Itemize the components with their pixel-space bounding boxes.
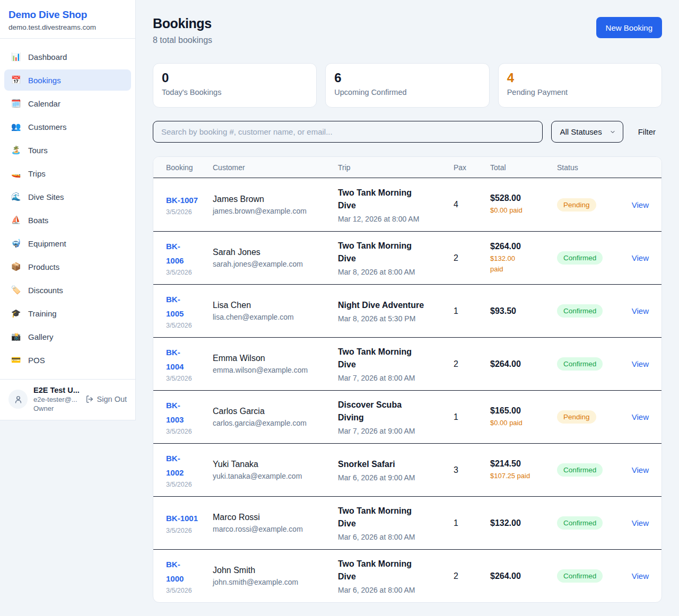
total-amount: $264.00 (490, 242, 552, 251)
trip-name: Two Tank Morning Dive (338, 505, 448, 530)
booking-cell: BK- 1002 3/5/2026 (153, 444, 213, 496)
sidebar-item-tours[interactable]: 🏝️ Tours (4, 139, 131, 161)
trip-datetime: Mar 6, 2026 at 9:00 AM (338, 473, 448, 482)
sailboat-icon: ⛵ (11, 215, 21, 225)
booking-date: 3/5/2026 (166, 269, 207, 276)
user-info: E2E Test U... e2e-tester@... Owner (33, 386, 80, 412)
main-content: Bookings 8 total bookings New Booking 0 … (136, 0, 679, 603)
booking-cell: BK-1001 3/5/2026 (153, 497, 213, 549)
page-title: Bookings (153, 16, 212, 31)
total-cell: $264.00 (490, 550, 557, 602)
sidebar-item-bookings[interactable]: 📅 Bookings (4, 69, 131, 91)
pax-count: 1 (454, 285, 490, 337)
customer-name: Emma Wilson (213, 354, 333, 363)
stat-label: Today's Bookings (162, 88, 308, 96)
total-cell: $264.00 $132.00 paid (490, 232, 557, 284)
sign-out-label: Sign Out (97, 395, 127, 403)
view-link[interactable]: View (632, 200, 649, 209)
sidebar-item-trips[interactable]: 🚤 Trips (4, 163, 131, 184)
booking-id-link[interactable]: BK-1001 (166, 512, 207, 525)
column-header-actions (621, 157, 661, 178)
sidebar-item-gallery[interactable]: 📸 Gallery (4, 326, 131, 347)
trip-datetime: Mar 6, 2026 at 8:00 AM (338, 533, 448, 541)
status-badge: Confirmed (557, 304, 603, 318)
actions-cell: View (621, 444, 661, 496)
trip-datetime: Mar 7, 2026 at 9:00 AM (338, 427, 448, 435)
booking-id-link[interactable]: BK- 1000 (166, 558, 207, 586)
pax-count: 1 (454, 391, 490, 443)
pax-count: 3 (454, 444, 490, 496)
wave-icon: 🌊 (11, 192, 21, 201)
brand-domain: demo.test.divestreams.com (8, 23, 127, 31)
customer-cell: Sarah Jones sarah.jones@example.com (213, 232, 338, 284)
customer-name: Yuki Tanaka (213, 460, 333, 469)
graduation-cap-icon: 🎓 (11, 309, 21, 318)
island-icon: 🏝️ (11, 145, 21, 155)
customer-name: John Smith (213, 566, 333, 575)
booking-cell: BK- 1005 3/5/2026 (153, 285, 213, 337)
status-cell: Confirmed (557, 232, 621, 284)
sidebar-item-dashboard[interactable]: 📊 Dashboard (4, 46, 131, 67)
booking-id-link[interactable]: BK-1007 (166, 193, 207, 207)
actions-cell: View (621, 178, 661, 231)
total-cell: $214.50 $107.25 paid (490, 444, 557, 496)
customer-email: marco.rossi@example.com (213, 525, 333, 533)
customer-cell: Yuki Tanaka yuki.tanaka@example.com (213, 444, 338, 496)
view-link[interactable]: View (632, 412, 649, 421)
sidebar-item-discounts[interactable]: 🏷️ Discounts (4, 279, 131, 301)
pax-count: 2 (454, 232, 490, 284)
booking-date: 3/5/2026 (166, 208, 207, 216)
status-cell: Confirmed (557, 338, 621, 390)
actions-cell: View (621, 232, 661, 284)
total-cell: $93.50 (490, 285, 557, 337)
booking-id-link[interactable]: BK- 1005 (166, 293, 207, 321)
trip-cell: Two Tank Morning Dive Mar 12, 2026 at 8:… (338, 178, 454, 231)
booking-id-link[interactable]: BK- 1004 (166, 346, 207, 374)
trip-name: Two Tank Morning Dive (338, 240, 448, 265)
user-email: e2e-tester@... (33, 395, 80, 403)
view-link[interactable]: View (632, 253, 649, 262)
sidebar-item-customers[interactable]: 👥 Customers (4, 116, 131, 137)
sidebar-item-pos[interactable]: 💳 POS (4, 349, 131, 371)
booking-cell: BK- 1000 3/5/2026 (153, 550, 213, 602)
filter-button[interactable]: Filter (632, 127, 662, 136)
booking-id-link[interactable]: BK- 1002 (166, 452, 207, 480)
trip-cell: Discover Scuba Diving Mar 7, 2026 at 9:0… (338, 391, 454, 443)
nav-label: Customers (28, 122, 67, 131)
sidebar-item-dive-sites[interactable]: 🌊 Dive Sites (4, 186, 131, 207)
sign-out-button[interactable]: Sign Out (85, 395, 127, 403)
search-input[interactable] (153, 121, 543, 143)
booking-id-link[interactable]: BK- 1006 (166, 240, 207, 268)
filters-row: All Statuses Filter (153, 121, 662, 143)
table-row: BK- 1005 3/5/2026 Lisa Chen lisa.chen@ex… (153, 284, 661, 337)
status-cell: Pending (557, 178, 621, 231)
table-row: BK- 1006 3/5/2026 Sarah Jones sarah.jone… (153, 231, 661, 284)
sidebar-item-training[interactable]: 🎓 Training (4, 303, 131, 324)
status-badge: Pending (557, 410, 596, 424)
booking-id-link[interactable]: BK- 1003 (166, 399, 207, 427)
status-cell: Pending (557, 391, 621, 443)
total-amount: $264.00 (490, 359, 552, 369)
sidebar-nav: 📊 Dashboard 📅 Bookings 🗓️ Calendar 👥 Cus… (0, 39, 135, 379)
view-link[interactable]: View (632, 306, 649, 315)
customer-name: Carlos Garcia (213, 407, 333, 416)
user-footer: E2E Test U... e2e-tester@... Owner Sign … (0, 379, 135, 420)
sidebar-item-calendar[interactable]: 🗓️ Calendar (4, 93, 131, 114)
package-icon: 📦 (11, 262, 21, 271)
trip-name: Night Dive Adventure (338, 299, 448, 312)
view-link[interactable]: View (632, 518, 649, 527)
sidebar-item-equipment[interactable]: 🤿 Equipment (4, 233, 131, 254)
view-link[interactable]: View (632, 465, 649, 474)
booking-date: 3/5/2026 (166, 428, 207, 435)
pax-count: 2 (454, 338, 490, 390)
sidebar-item-products[interactable]: 📦 Products (4, 256, 131, 277)
sidebar-item-boats[interactable]: ⛵ Boats (4, 209, 131, 231)
actions-cell: View (621, 285, 661, 337)
view-link[interactable]: View (632, 571, 649, 580)
status-filter-select[interactable]: All Statuses (551, 121, 623, 143)
table-header-row: Booking Customer Trip Pax Total Status (153, 157, 661, 178)
customer-name: Marco Rossi (213, 513, 333, 522)
new-booking-button[interactable]: New Booking (596, 17, 662, 38)
trip-cell: Two Tank Morning Dive Mar 6, 2026 at 8:0… (338, 497, 454, 549)
view-link[interactable]: View (632, 359, 649, 368)
